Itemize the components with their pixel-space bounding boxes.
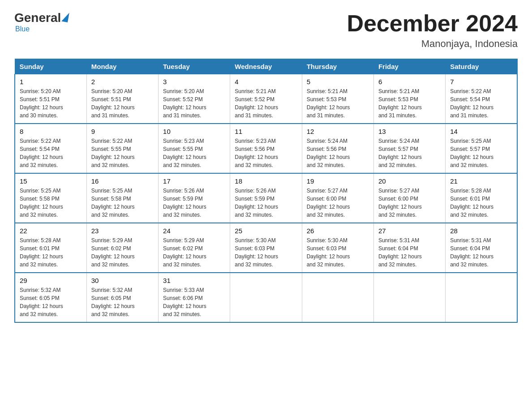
- day-info: Sunrise: 5:22 AMSunset: 5:55 PMDaylight:…: [91, 138, 135, 168]
- day-number: 25: [235, 227, 297, 235]
- day-info: Sunrise: 5:22 AMSunset: 5:54 PMDaylight:…: [450, 88, 493, 119]
- calendar-cell: 3Sunrise: 5:20 AMSunset: 5:52 PMDaylight…: [159, 74, 230, 124]
- day-info: Sunrise: 5:29 AMSunset: 6:02 PMDaylight:…: [163, 237, 206, 268]
- day-number: 8: [20, 128, 82, 135]
- calendar-cell: 11Sunrise: 5:23 AMSunset: 5:56 PMDayligh…: [230, 124, 302, 173]
- calendar-cell: 19Sunrise: 5:27 AMSunset: 6:00 PMDayligh…: [302, 173, 373, 223]
- day-number: 9: [91, 128, 154, 135]
- day-info: Sunrise: 5:25 AMSunset: 5:58 PMDaylight:…: [91, 188, 135, 218]
- calendar-cell: 17Sunrise: 5:26 AMSunset: 5:59 PMDayligh…: [159, 173, 230, 223]
- calendar-cell: [446, 273, 517, 322]
- month-title: December 2024: [347, 11, 518, 36]
- calendar-cell: 12Sunrise: 5:24 AMSunset: 5:56 PMDayligh…: [302, 124, 373, 173]
- day-number: 26: [307, 227, 369, 235]
- day-number: 29: [20, 277, 82, 284]
- calendar-cell: 29Sunrise: 5:32 AMSunset: 6:05 PMDayligh…: [15, 273, 86, 322]
- calendar-cell: 26Sunrise: 5:30 AMSunset: 6:03 PMDayligh…: [302, 223, 373, 273]
- weekday-header-row: SundayMondayTuesdayWednesdayThursdayFrid…: [15, 59, 517, 74]
- day-number: 24: [163, 227, 225, 235]
- calendar-cell: 1Sunrise: 5:20 AMSunset: 5:51 PMDaylight…: [15, 74, 86, 124]
- day-number: 3: [163, 78, 225, 86]
- weekday-header-friday: Friday: [373, 59, 445, 74]
- calendar-cell: [302, 273, 373, 322]
- calendar-cell: 24Sunrise: 5:29 AMSunset: 6:02 PMDayligh…: [159, 223, 230, 273]
- day-number: 2: [91, 78, 154, 86]
- day-number: 31: [163, 277, 225, 284]
- day-info: Sunrise: 5:27 AMSunset: 6:00 PMDaylight:…: [378, 188, 422, 218]
- day-number: 30: [91, 277, 154, 284]
- logo-general-text: General: [14, 11, 61, 25]
- calendar-cell: 27Sunrise: 5:31 AMSunset: 6:04 PMDayligh…: [373, 223, 445, 273]
- day-info: Sunrise: 5:20 AMSunset: 5:51 PMDaylight:…: [91, 88, 135, 119]
- day-info: Sunrise: 5:29 AMSunset: 6:02 PMDaylight:…: [91, 237, 135, 268]
- calendar-cell: 16Sunrise: 5:25 AMSunset: 5:58 PMDayligh…: [86, 173, 158, 223]
- weekday-header-thursday: Thursday: [302, 59, 373, 74]
- week-row-1: 1Sunrise: 5:20 AMSunset: 5:51 PMDaylight…: [15, 74, 517, 124]
- day-number: 14: [450, 128, 512, 135]
- day-number: 1: [20, 78, 82, 86]
- day-info: Sunrise: 5:28 AMSunset: 6:01 PMDaylight:…: [20, 237, 63, 268]
- calendar-cell: [373, 273, 445, 322]
- day-info: Sunrise: 5:33 AMSunset: 6:06 PMDaylight:…: [163, 287, 206, 317]
- weekday-header-tuesday: Tuesday: [159, 59, 230, 74]
- week-row-2: 8Sunrise: 5:22 AMSunset: 5:54 PMDaylight…: [15, 124, 517, 173]
- day-info: Sunrise: 5:24 AMSunset: 5:57 PMDaylight:…: [378, 138, 422, 168]
- location-title: Manonjaya, Indonesia: [347, 38, 518, 50]
- day-info: Sunrise: 5:23 AMSunset: 5:56 PMDaylight:…: [235, 138, 278, 168]
- day-number: 13: [378, 128, 441, 135]
- day-number: 23: [91, 227, 154, 235]
- day-info: Sunrise: 5:21 AMSunset: 5:53 PMDaylight:…: [378, 88, 422, 119]
- day-number: 6: [378, 78, 441, 86]
- calendar-cell: 28Sunrise: 5:31 AMSunset: 6:04 PMDayligh…: [446, 223, 517, 273]
- day-number: 11: [235, 128, 297, 135]
- day-info: Sunrise: 5:20 AMSunset: 5:52 PMDaylight:…: [163, 88, 206, 119]
- day-info: Sunrise: 5:32 AMSunset: 6:05 PMDaylight:…: [91, 287, 135, 317]
- calendar-cell: 10Sunrise: 5:23 AMSunset: 5:55 PMDayligh…: [159, 124, 230, 173]
- day-info: Sunrise: 5:31 AMSunset: 6:04 PMDaylight:…: [450, 237, 493, 268]
- calendar-cell: 21Sunrise: 5:28 AMSunset: 6:01 PMDayligh…: [446, 173, 517, 223]
- day-number: 15: [20, 177, 82, 185]
- week-row-4: 22Sunrise: 5:28 AMSunset: 6:01 PMDayligh…: [15, 223, 517, 273]
- weekday-header-saturday: Saturday: [446, 59, 517, 74]
- day-info: Sunrise: 5:28 AMSunset: 6:01 PMDaylight:…: [450, 188, 493, 218]
- day-number: 16: [91, 177, 154, 185]
- logo-blue-text: Blue: [15, 25, 30, 33]
- calendar-cell: 7Sunrise: 5:22 AMSunset: 5:54 PMDaylight…: [446, 74, 517, 124]
- day-number: 12: [307, 128, 369, 135]
- title-block: December 2024 Manonjaya, Indonesia: [347, 11, 518, 50]
- day-number: 10: [163, 128, 225, 135]
- week-row-3: 15Sunrise: 5:25 AMSunset: 5:58 PMDayligh…: [15, 173, 517, 223]
- calendar-cell: 13Sunrise: 5:24 AMSunset: 5:57 PMDayligh…: [373, 124, 445, 173]
- day-number: 4: [235, 78, 297, 86]
- day-number: 17: [163, 177, 225, 185]
- day-number: 18: [235, 177, 297, 185]
- day-number: 27: [378, 227, 441, 235]
- page-header: General Blue December 2024 Manonjaya, In…: [14, 11, 518, 50]
- day-info: Sunrise: 5:21 AMSunset: 5:53 PMDaylight:…: [307, 88, 350, 119]
- calendar-cell: 6Sunrise: 5:21 AMSunset: 5:53 PMDaylight…: [373, 74, 445, 124]
- logo-triangle-icon: [61, 12, 69, 22]
- calendar-table: SundayMondayTuesdayWednesdayThursdayFrid…: [14, 59, 518, 323]
- day-info: Sunrise: 5:31 AMSunset: 6:04 PMDaylight:…: [378, 237, 422, 268]
- day-number: 21: [450, 177, 512, 185]
- day-info: Sunrise: 5:22 AMSunset: 5:54 PMDaylight:…: [20, 138, 63, 168]
- weekday-header-sunday: Sunday: [15, 59, 86, 74]
- calendar-cell: 25Sunrise: 5:30 AMSunset: 6:03 PMDayligh…: [230, 223, 302, 273]
- calendar-cell: [230, 273, 302, 322]
- week-row-5: 29Sunrise: 5:32 AMSunset: 6:05 PMDayligh…: [15, 273, 517, 322]
- day-number: 22: [20, 227, 82, 235]
- day-info: Sunrise: 5:32 AMSunset: 6:05 PMDaylight:…: [20, 287, 63, 317]
- calendar-cell: 5Sunrise: 5:21 AMSunset: 5:53 PMDaylight…: [302, 74, 373, 124]
- calendar-cell: 30Sunrise: 5:32 AMSunset: 6:05 PMDayligh…: [86, 273, 158, 322]
- day-info: Sunrise: 5:27 AMSunset: 6:00 PMDaylight:…: [307, 188, 350, 218]
- day-number: 20: [378, 177, 441, 185]
- weekday-header-wednesday: Wednesday: [230, 59, 302, 74]
- day-number: 5: [307, 78, 369, 86]
- day-info: Sunrise: 5:30 AMSunset: 6:03 PMDaylight:…: [235, 237, 278, 268]
- day-info: Sunrise: 5:20 AMSunset: 5:51 PMDaylight:…: [20, 88, 63, 119]
- day-info: Sunrise: 5:30 AMSunset: 6:03 PMDaylight:…: [307, 237, 350, 268]
- calendar-cell: 14Sunrise: 5:25 AMSunset: 5:57 PMDayligh…: [446, 124, 517, 173]
- calendar-cell: 4Sunrise: 5:21 AMSunset: 5:52 PMDaylight…: [230, 74, 302, 124]
- calendar-cell: 2Sunrise: 5:20 AMSunset: 5:51 PMDaylight…: [86, 74, 158, 124]
- calendar-cell: 23Sunrise: 5:29 AMSunset: 6:02 PMDayligh…: [86, 223, 158, 273]
